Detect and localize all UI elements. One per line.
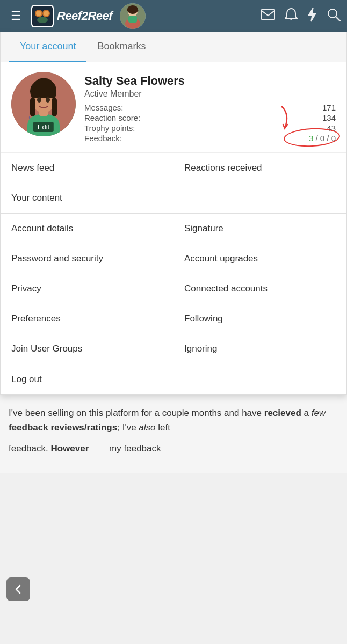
svg-rect-19 [39,111,48,116]
feedback-sep1: / [313,134,320,143]
menu-row-4: Password and security Account upgrades [1,244,346,274]
stat-reaction: Reaction score: 134 [84,113,336,122]
topbar-icons [261,7,341,25]
feedback-value[interactable]: 3 / 0 / 0 [309,134,336,143]
account-dropdown: Your account Bookmarks [0,32,347,395]
svg-rect-0 [32,6,53,26]
flash-icon[interactable] [307,7,317,25]
menu-privacy[interactable]: Privacy [1,274,174,304]
svg-point-4 [36,11,41,16]
reaction-label: Reaction score: [84,113,140,122]
profile-stats: Messages: 171 Reaction score: 134 Trophy… [84,103,336,143]
profile-role: Active Member [84,89,336,99]
stat-messages: Messages: 171 [84,103,336,112]
feedback-neutral: 0 [320,134,324,143]
reaction-value: 134 [322,113,336,122]
menu-following[interactable]: Following [174,304,346,334]
menu-ignoring[interactable]: Ignoring [174,334,346,364]
page-content: I've been selling on this platform for a… [0,395,347,473]
avatar-container: Edit [11,72,76,136]
topbar-avatar[interactable] [120,3,146,29]
topbar: ☰ Reef2Reef [0,0,347,32]
feedback-label: Feedback: [84,134,122,143]
tab-bar: Your account Bookmarks [1,32,346,62]
svg-rect-9 [128,16,137,23]
page-paragraph-2: feedback. However my feedback [9,441,338,456]
menu-account-details[interactable]: Account details [1,214,174,244]
hamburger-icon[interactable]: ☰ [6,7,26,25]
feedback-negative: 0 [331,134,336,143]
svg-point-3 [37,17,48,23]
mail-icon[interactable] [261,9,275,24]
logo-text: Reef2Reef [57,9,112,23]
logo-icon [31,5,54,27]
menu-account-upgrades[interactable]: Account upgrades [174,244,346,274]
stat-trophy: Trophy points: 43 [84,123,336,133]
trophy-value: 43 [327,123,336,133]
tab-your-account[interactable]: Your account [9,32,86,62]
menu-connected-accounts[interactable]: Connected accounts [174,274,346,304]
menu-your-content[interactable]: Your content [1,183,346,213]
profile-name: Salty Sea Flowers [84,74,336,88]
menu-signature[interactable]: Signature [174,214,346,244]
menu-row-7: Join User Groups Ignoring [1,334,346,364]
logo[interactable]: Reef2Reef [31,5,112,27]
menu-row-2: Your content [1,183,346,213]
menu-row-8: Log out [1,364,346,394]
profile-info: Salty Sea Flowers Active Member Messages… [84,72,336,143]
menu-password-security[interactable]: Password and security [1,244,174,274]
svg-rect-11 [262,9,274,20]
menu-row-5: Privacy Connected accounts [1,274,346,304]
menu-news-feed[interactable]: News feed [1,153,174,183]
page-paragraph-1: I've been selling on this platform for a… [9,406,338,435]
svg-point-18 [46,97,50,103]
messages-value: 171 [322,103,336,112]
avatar-edit-label[interactable]: Edit [33,122,54,132]
menu-section: News feed Reactions received Your conten… [1,153,346,394]
menu-row-6: Preferences Following [1,304,346,334]
search-icon[interactable] [327,8,341,25]
feedback-sep2: / [324,134,331,143]
svg-rect-16 [52,98,57,116]
tab-bookmarks[interactable]: Bookmarks [86,32,156,62]
menu-preferences[interactable]: Preferences [1,304,174,334]
trophy-label: Trophy points: [84,123,135,133]
back-button[interactable] [6,577,30,601]
svg-point-17 [37,97,41,103]
svg-rect-15 [30,98,35,116]
stat-feedback: Feedback: 3 / 0 / 0 [84,134,336,143]
menu-reactions-received[interactable]: Reactions received [174,153,346,183]
menu-row-3: Account details Signature [1,214,346,244]
menu-row-1: News feed Reactions received [1,153,346,183]
svg-point-5 [44,11,49,16]
profile-section: Edit Salty Sea Flowers Active Member Mes… [1,62,346,153]
messages-label: Messages: [84,103,124,112]
bell-icon[interactable] [285,8,298,25]
menu-log-out[interactable]: Log out [1,364,346,394]
menu-join-user-groups[interactable]: Join User Groups [1,334,174,364]
